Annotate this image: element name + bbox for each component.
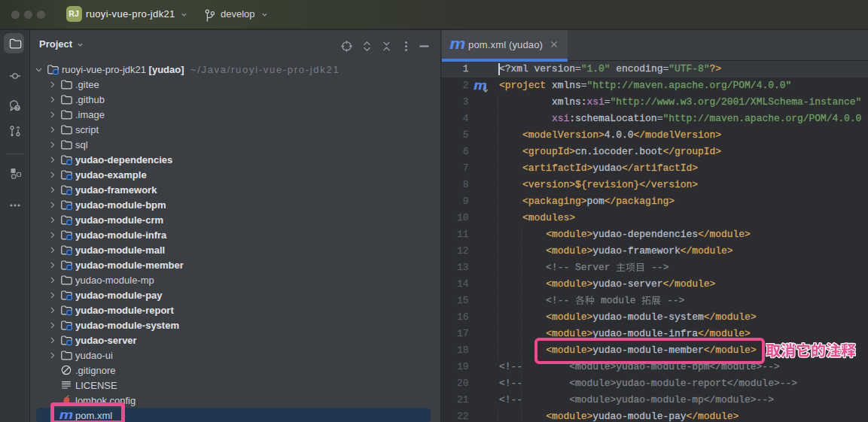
svg-text:?: ? xyxy=(16,105,19,111)
